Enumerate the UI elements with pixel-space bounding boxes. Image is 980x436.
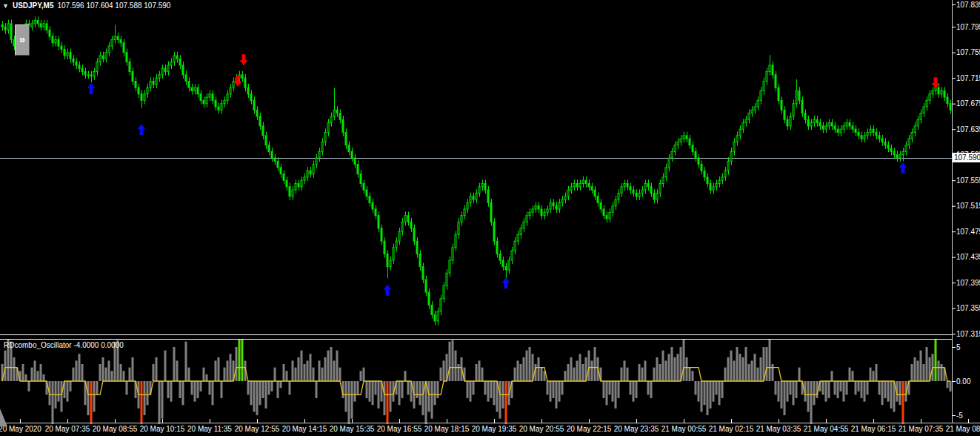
candle	[253, 100, 255, 110]
candle	[212, 94, 213, 101]
oscillator-bar	[286, 371, 288, 381]
candle	[804, 113, 806, 120]
oscillator-bar	[425, 381, 427, 424]
candle	[707, 177, 708, 184]
oscillator-bar	[280, 381, 282, 388]
oscillator-bar	[289, 381, 291, 394]
oscillator-bar	[707, 381, 709, 415]
oscillator-bar	[606, 381, 608, 405]
oscillator-bar	[378, 381, 380, 409]
candle	[401, 222, 403, 231]
candle	[422, 267, 424, 280]
oscillator-bar	[517, 360, 519, 381]
candle	[52, 36, 53, 43]
time-axis[interactable]	[0, 419, 980, 436]
candle	[535, 206, 536, 209]
oscillator-bar	[164, 351, 167, 381]
candle	[271, 151, 273, 158]
candle	[55, 39, 56, 42]
candle	[858, 133, 859, 136]
oscillator-bar	[224, 368, 226, 381]
oscillator-bar	[437, 381, 439, 398]
oscillator-bar	[938, 360, 940, 381]
candle	[834, 126, 836, 129]
candle	[372, 202, 373, 209]
candle	[120, 39, 121, 42]
oscillator-bar	[843, 381, 845, 402]
candle	[316, 158, 317, 165]
price-axis[interactable]: 107.590	[952, 0, 980, 423]
candle	[881, 139, 883, 142]
candle	[467, 202, 468, 209]
oscillator-bar	[941, 364, 943, 381]
oscillator-bar	[630, 381, 632, 394]
expand-panel-button[interactable]: »	[15, 24, 30, 56]
candle	[49, 30, 50, 37]
oscillator-bar	[644, 360, 647, 381]
buy-arrow-icon	[384, 285, 392, 296]
oscillator-bar	[822, 381, 824, 394]
oscillator-bar	[292, 360, 294, 381]
chart-canvas[interactable]: 107.835107.795107.755107.715107.675107.6…	[0, 0, 980, 436]
candle	[209, 94, 210, 97]
candle	[159, 75, 160, 78]
oscillator-bar	[828, 381, 830, 398]
candle	[342, 119, 344, 132]
oscillator-bar	[733, 360, 736, 381]
oscillator-bar	[870, 368, 872, 381]
candle	[1, 25, 3, 27]
oscillator-bar	[745, 347, 747, 381]
candle	[147, 87, 148, 94]
oscillator-bar	[327, 351, 330, 381]
candle	[627, 184, 628, 187]
candle	[407, 216, 409, 222]
candle	[182, 65, 184, 75]
candle	[950, 104, 951, 110]
oscillator-bar	[484, 381, 487, 394]
oscillator-bar	[867, 381, 869, 394]
oscillator-bar	[108, 360, 110, 381]
candle	[570, 187, 572, 190]
oscillator-bar	[523, 357, 525, 381]
oscillator-bar	[724, 368, 727, 381]
panel-divider[interactable]	[0, 334, 952, 340]
candle	[132, 72, 133, 82]
oscillator-bar	[354, 381, 356, 402]
oscillator-bar	[810, 381, 813, 424]
candle	[111, 39, 113, 46]
candle	[538, 206, 539, 209]
oscillator-bar	[846, 381, 848, 394]
oscillator-bar	[443, 360, 445, 381]
buy-arrow-icon	[502, 277, 510, 288]
oscillator-bar	[467, 381, 469, 398]
candle	[641, 190, 643, 193]
oscillator-bar	[241, 338, 244, 381]
oscillator-bar	[369, 381, 371, 402]
oscillator-bar	[324, 357, 327, 381]
oscillator-bar	[538, 357, 540, 381]
oscillator-bar	[25, 374, 27, 381]
oscillator-bar	[926, 347, 928, 381]
candle	[484, 184, 486, 191]
oscillator-bar	[372, 381, 374, 405]
oscillator-bar	[704, 381, 706, 405]
candle	[947, 97, 948, 104]
oscillator-bar	[481, 368, 484, 381]
candle	[864, 136, 865, 139]
candle	[93, 72, 95, 76]
candle	[141, 94, 142, 101]
candle	[665, 168, 667, 177]
candle	[476, 193, 477, 199]
candle	[668, 158, 670, 168]
oscillator-bar	[736, 347, 739, 381]
oscillator-bar	[215, 360, 217, 381]
candle	[440, 299, 441, 311]
oscillator-bar	[206, 374, 208, 381]
oscillator-bar	[274, 368, 276, 381]
oscillator-bar	[778, 381, 780, 402]
candle	[188, 82, 190, 88]
candle	[893, 151, 895, 154]
candle	[801, 100, 803, 113]
oscillator-bar	[487, 381, 490, 402]
candle	[502, 260, 504, 267]
